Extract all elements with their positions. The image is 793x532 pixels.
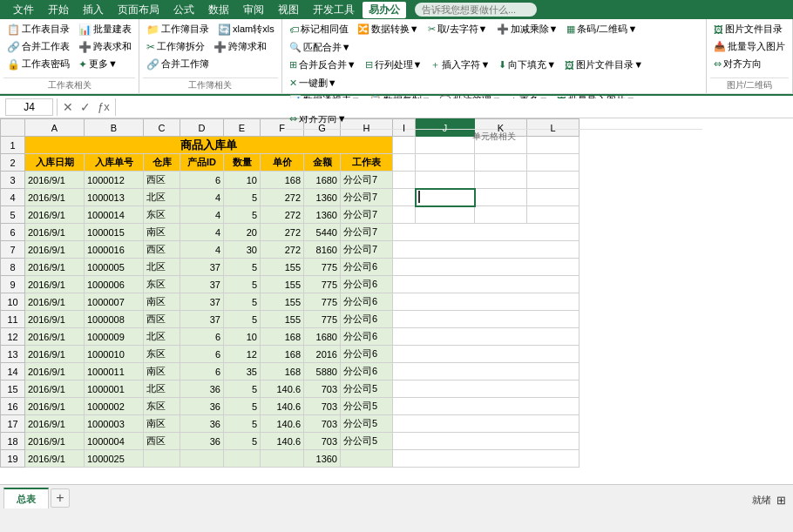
data-cell[interactable]: 1000011	[85, 363, 144, 380]
cell-i5[interactable]	[393, 206, 416, 224]
cell-right17[interactable]	[393, 415, 580, 433]
data-cell[interactable]: 1000002	[85, 398, 144, 415]
row-num[interactable]: 2	[1, 154, 25, 172]
data-cell[interactable]: 140.6	[261, 415, 304, 433]
data-cell[interactable]: 140.6	[261, 398, 304, 415]
data-cell[interactable]: 5	[224, 380, 261, 398]
row-num[interactable]: 15	[1, 380, 25, 398]
cell-k5[interactable]	[475, 206, 527, 224]
data-cell[interactable]: 1680	[304, 172, 341, 189]
col-header-d[interactable]: D	[180, 119, 224, 137]
cell-right7[interactable]	[393, 241, 580, 259]
cell-right19[interactable]	[393, 450, 580, 468]
data-cell[interactable]: 6	[180, 346, 224, 363]
btn-workbook-index[interactable]: 📁工作簿目录	[143, 21, 213, 37]
cell-right14[interactable]	[393, 363, 580, 380]
data-cell[interactable]: 168	[261, 346, 304, 363]
data-cell[interactable]: 东区	[144, 398, 180, 415]
data-cell[interactable]: 西区	[144, 433, 180, 450]
header-date[interactable]: 入库日期	[25, 154, 85, 172]
header-qty[interactable]: 数量	[224, 154, 261, 172]
data-cell[interactable]: 分公司7	[341, 189, 393, 206]
data-cell[interactable]	[144, 450, 180, 468]
row-num[interactable]: 19	[1, 450, 25, 468]
menu-developer[interactable]: 开发工具	[307, 2, 361, 18]
cell-right18[interactable]	[393, 433, 580, 450]
btn-one-key-del[interactable]: ✕一键删▼	[286, 75, 341, 91]
cell-right10[interactable]	[393, 293, 580, 311]
row-num[interactable]: 12	[1, 328, 25, 346]
data-cell[interactable]: 1000012	[85, 172, 144, 189]
data-cell[interactable]: 南区	[144, 224, 180, 241]
btn-batch-import-pic2[interactable]: 📥批量导入图片	[710, 38, 789, 55]
data-cell[interactable]: 775	[304, 276, 341, 293]
formula-input[interactable]	[119, 98, 788, 116]
data-cell[interactable]: 1000009	[85, 328, 144, 346]
data-cell[interactable]: 703	[304, 380, 341, 398]
data-cell[interactable]: 155	[261, 293, 304, 311]
data-cell[interactable]: 东区	[144, 206, 180, 224]
data-cell[interactable]: 5	[224, 206, 261, 224]
data-cell[interactable]: 140.6	[261, 433, 304, 450]
row-num[interactable]: 17	[1, 415, 25, 433]
data-cell[interactable]: 分公司7	[341, 206, 393, 224]
data-cell[interactable]: 703	[304, 415, 341, 433]
data-cell[interactable]: 2016/9/1	[25, 206, 85, 224]
data-cell[interactable]	[180, 450, 224, 468]
data-cell[interactable]: 1000013	[85, 189, 144, 206]
header-amount[interactable]: 金额	[304, 154, 341, 172]
btn-more-ws[interactable]: ✦更多▼	[75, 56, 121, 72]
data-cell[interactable]: 155	[261, 311, 304, 328]
cell-k2[interactable]	[475, 154, 527, 172]
data-cell[interactable]: 南区	[144, 293, 180, 311]
data-cell[interactable]: 775	[304, 311, 341, 328]
row-num[interactable]: 14	[1, 363, 25, 380]
cell-right11[interactable]	[393, 311, 580, 328]
data-cell[interactable]: 东区	[144, 276, 180, 293]
btn-mark-same[interactable]: 🏷标记相同值	[286, 21, 352, 37]
data-cell[interactable]: 2016	[304, 346, 341, 363]
data-cell[interactable]: 1000025	[85, 450, 144, 468]
data-cell[interactable]: 5	[224, 189, 261, 206]
data-cell[interactable]: 1000008	[85, 311, 144, 328]
cell-right12[interactable]	[393, 328, 580, 346]
data-cell[interactable]: 2016/9/1	[25, 328, 85, 346]
btn-match-merge[interactable]: 🔍匹配合并▼	[286, 39, 355, 56]
data-cell[interactable]: 西区	[144, 311, 180, 328]
data-cell[interactable]: 2016/9/1	[25, 450, 85, 468]
data-cell[interactable]: 168	[261, 363, 304, 380]
data-cell[interactable]: 36	[180, 433, 224, 450]
search-input[interactable]	[415, 3, 537, 17]
data-cell[interactable]: 272	[261, 206, 304, 224]
data-cell[interactable]: 155	[261, 276, 304, 293]
header-ws[interactable]: 工作表	[341, 154, 393, 172]
row-num[interactable]: 6	[1, 224, 25, 241]
sheet-tab-active[interactable]: 总表	[3, 488, 49, 508]
data-cell[interactable]: 4	[180, 224, 224, 241]
cancel-icon[interactable]: ✕	[61, 100, 75, 114]
data-cell[interactable]: 30	[224, 241, 261, 259]
data-cell[interactable]: 北区	[144, 259, 180, 276]
btn-barcode[interactable]: ▦条码/二维码▼	[563, 21, 640, 37]
cell-right6[interactable]	[393, 224, 580, 241]
data-cell[interactable]: 703	[304, 433, 341, 450]
btn-merge-unmerge[interactable]: ⊞合并反合并▼	[286, 57, 360, 73]
data-cell[interactable]: 北区	[144, 189, 180, 206]
data-cell[interactable]: 1360	[304, 450, 341, 468]
cell-right13[interactable]	[393, 346, 580, 363]
data-cell[interactable]: 272	[261, 189, 304, 206]
data-cell[interactable]: 2016/9/1	[25, 276, 85, 293]
data-cell[interactable]: 南区	[144, 415, 180, 433]
confirm-icon[interactable]: ✓	[78, 100, 92, 114]
data-cell[interactable]: 2016/9/1	[25, 259, 85, 276]
data-cell[interactable]: 2016/9/1	[25, 363, 85, 380]
cell-right9[interactable]	[393, 276, 580, 293]
cell-l3[interactable]	[527, 172, 580, 189]
data-cell[interactable]: 北区	[144, 328, 180, 346]
row-num[interactable]: 8	[1, 259, 25, 276]
btn-data-convert[interactable]: 🔀数据转换▼	[354, 21, 423, 37]
data-cell[interactable]: 1360	[304, 206, 341, 224]
data-cell[interactable]: 2016/9/1	[25, 189, 85, 206]
data-cell[interactable]: 168	[261, 328, 304, 346]
header-product[interactable]: 产品ID	[180, 154, 224, 172]
